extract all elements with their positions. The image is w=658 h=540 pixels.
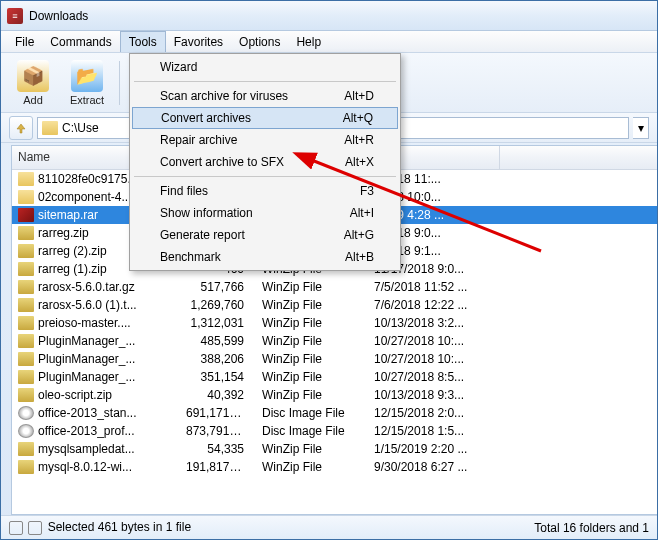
menu-options[interactable]: Options <box>231 32 288 52</box>
file-modified: 10/13/2018 3:2... <box>368 315 500 331</box>
file-row[interactable]: PluginManager_...485,599WinZip File10/27… <box>12 332 657 350</box>
file-name: rarreg (1).zip <box>38 262 107 276</box>
menu-tools[interactable]: Tools <box>120 31 166 52</box>
zip-icon <box>18 388 34 402</box>
winrar-icon <box>7 8 23 24</box>
menu-separator <box>134 176 396 177</box>
file-name: office-2013_prof... <box>38 424 135 438</box>
zip-icon <box>18 316 34 330</box>
file-type: WinZip File <box>256 387 368 403</box>
file-size: 191,817,844 <box>180 459 256 475</box>
file-row[interactable]: rarosx-5.6.0.tar.gz517,766WinZip File7/5… <box>12 278 657 296</box>
file-size: 1,269,760 <box>180 297 256 313</box>
window-title: Downloads <box>29 9 88 23</box>
menuitem-shortcut: F3 <box>360 184 374 198</box>
file-row[interactable]: mysqlsampledat...54,335WinZip File1/15/2… <box>12 440 657 458</box>
file-modified: 12/15/2018 2:0... <box>368 405 500 421</box>
status-right: Total 16 folders and 1 <box>534 521 649 535</box>
status-icon-2 <box>28 521 42 535</box>
file-type: WinZip File <box>256 297 368 313</box>
menu-help[interactable]: Help <box>288 32 329 52</box>
menuitem-shortcut: Alt+X <box>345 155 374 169</box>
file-size: 517,766 <box>180 279 256 295</box>
menu-commands[interactable]: Commands <box>42 32 119 52</box>
file-name: PluginManager_... <box>38 352 135 366</box>
zip-icon <box>18 370 34 384</box>
titlebar: Downloads <box>1 1 657 31</box>
file-row[interactable]: oleo-script.zip40,392WinZip File10/13/20… <box>12 386 657 404</box>
folder-icon <box>18 190 34 204</box>
menuitem-label: Find files <box>160 184 208 198</box>
menuitem-shortcut: Alt+D <box>344 89 374 103</box>
file-name: preioso-master.... <box>38 316 131 330</box>
file-modified: 10/27/2018 10:... <box>368 333 500 349</box>
file-row[interactable]: office-2013_prof...873,791,488Disc Image… <box>12 422 657 440</box>
extract-button[interactable]: 📂Extract <box>61 56 113 110</box>
file-type: WinZip File <box>256 315 368 331</box>
menuitem-convert-archives[interactable]: Convert archivesAlt+Q <box>132 107 398 129</box>
menu-favorites[interactable]: Favorites <box>166 32 231 52</box>
app-window: Downloads FileCommandsToolsFavoritesOpti… <box>0 0 658 540</box>
file-name: sitemap.rar <box>38 208 98 222</box>
file-size: 1,312,031 <box>180 315 256 331</box>
file-type: WinZip File <box>256 441 368 457</box>
up-button[interactable] <box>9 116 33 140</box>
menu-file[interactable]: File <box>7 32 42 52</box>
file-row[interactable]: PluginManager_...388,206WinZip File10/27… <box>12 350 657 368</box>
disc-icon <box>18 406 34 420</box>
menuitem-shortcut: Alt+Q <box>343 111 373 125</box>
menuitem-shortcut: Alt+I <box>350 206 374 220</box>
file-type: WinZip File <box>256 279 368 295</box>
file-modified: 12/15/2018 1:5... <box>368 423 500 439</box>
menuitem-benchmark[interactable]: BenchmarkAlt+B <box>132 246 398 268</box>
menu-separator <box>134 81 396 82</box>
status-left: Selected 461 bytes in 1 file <box>48 520 191 534</box>
add-button-label: Add <box>23 94 43 106</box>
menuitem-repair-archive[interactable]: Repair archiveAlt+R <box>132 129 398 151</box>
file-name: rarreg.zip <box>38 226 89 240</box>
file-modified: 1/15/2019 2:20 ... <box>368 441 500 457</box>
file-row[interactable]: mysql-8.0.12-wi...191,817,844WinZip File… <box>12 458 657 476</box>
file-name: mysqlsampledat... <box>38 442 135 456</box>
file-size: 54,335 <box>180 441 256 457</box>
file-row[interactable]: office-2013_stan...691,171,328Disc Image… <box>12 404 657 422</box>
file-type: WinZip File <box>256 459 368 475</box>
menuitem-convert-archive-to-sfx[interactable]: Convert archive to SFXAlt+X <box>132 151 398 173</box>
file-name: rarosx-5.6.0.tar.gz <box>38 280 135 294</box>
zip-icon <box>18 226 34 240</box>
extract-button-label: Extract <box>70 94 104 106</box>
zip-icon <box>18 460 34 474</box>
zip-icon <box>18 298 34 312</box>
menuitem-show-information[interactable]: Show informationAlt+I <box>132 202 398 224</box>
zip-icon <box>18 352 34 366</box>
file-name: PluginManager_... <box>38 370 135 384</box>
file-type: Disc Image File <box>256 405 368 421</box>
file-row[interactable]: PluginManager_...351,154WinZip File10/27… <box>12 368 657 386</box>
file-size: 40,392 <box>180 387 256 403</box>
toolbar-separator <box>119 61 121 105</box>
file-name: oleo-script.zip <box>38 388 112 402</box>
menuitem-scan-archive-for-viruses[interactable]: Scan archive for virusesAlt+D <box>132 85 398 107</box>
add-button[interactable]: 📦Add <box>7 56 59 110</box>
file-row[interactable]: preioso-master....1,312,031WinZip File10… <box>12 314 657 332</box>
file-name: rarosx-5.6.0 (1).t... <box>38 298 137 312</box>
tools-menu: WizardScan archive for virusesAlt+DConve… <box>129 53 401 271</box>
file-modified: 9/30/2018 6:27 ... <box>368 459 500 475</box>
menuitem-label: Scan archive for viruses <box>160 89 288 103</box>
menuitem-label: Generate report <box>160 228 245 242</box>
menuitem-wizard[interactable]: Wizard <box>132 56 398 78</box>
file-type: Disc Image File <box>256 423 368 439</box>
menuitem-generate-report[interactable]: Generate reportAlt+G <box>132 224 398 246</box>
path-dropdown-button[interactable]: ▾ <box>633 117 649 139</box>
file-type: WinZip File <box>256 351 368 367</box>
folder-icon <box>18 172 34 186</box>
zip-icon <box>18 442 34 456</box>
file-modified: 7/6/2018 12:22 ... <box>368 297 500 313</box>
menuitem-find-files[interactable]: Find filesF3 <box>132 180 398 202</box>
status-bar: Selected 461 bytes in 1 file Total 16 fo… <box>1 515 657 539</box>
file-row[interactable]: rarosx-5.6.0 (1).t...1,269,760WinZip Fil… <box>12 296 657 314</box>
menuitem-shortcut: Alt+G <box>344 228 374 242</box>
file-size: 351,154 <box>180 369 256 385</box>
menubar: FileCommandsToolsFavoritesOptionsHelp <box>1 31 657 53</box>
file-name: 02component-4.. <box>38 190 128 204</box>
